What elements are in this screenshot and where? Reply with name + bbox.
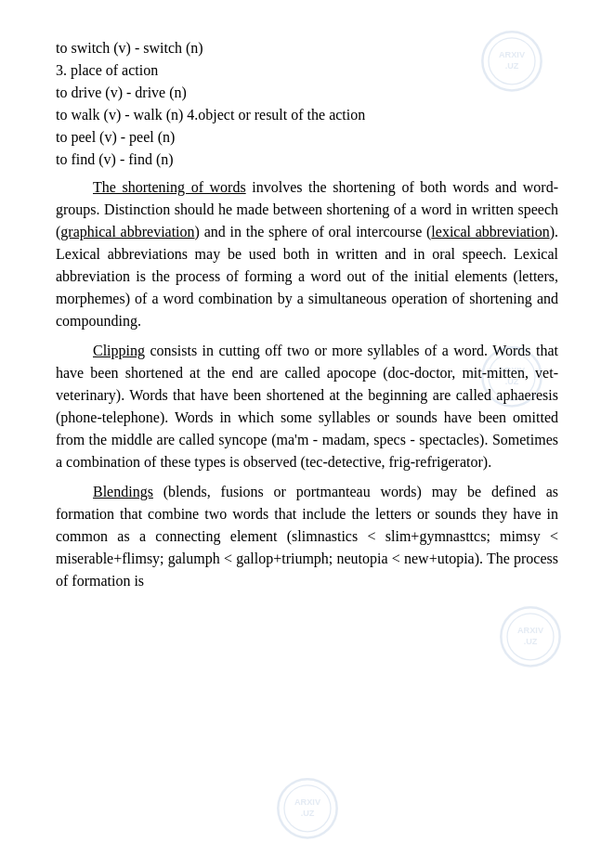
svg-text:ARXIV: ARXIV	[517, 626, 544, 635]
svg-text:.UZ: .UZ	[300, 809, 314, 818]
svg-text:ARXIV: ARXIV	[294, 797, 321, 807]
para2-text-after: consists in cutting off two or more syll…	[56, 343, 558, 470]
svg-text:.UZ: .UZ	[524, 637, 538, 646]
svg-point-12	[278, 779, 336, 837]
main-content: to switch (v) - switch (n) 3. place of a…	[56, 37, 558, 592]
svg-point-9	[507, 614, 554, 660]
list-item-6: to find (v) - find (n)	[56, 149, 558, 171]
list-item-2: 3. place of action	[56, 59, 558, 82]
link-lexical-abbreviation: lexical abbreviation	[431, 224, 549, 240]
paragraph-blendings: Blendings (blends, fusions or portmantea…	[56, 481, 558, 592]
paragraph-clipping: Clipping consists in cutting off two or …	[56, 340, 558, 473]
watermark-mid2: ARXIV .UZ	[484, 603, 577, 678]
list-item-5: to peel (v) - peel (n)	[56, 126, 558, 149]
link-clipping: Clipping	[93, 343, 145, 358]
list-item-1: to switch (v) - switch (n)	[56, 37, 558, 59]
watermark-bottom: ARXIV .UZ	[261, 775, 354, 849]
page-container: ARXIV .UZ ARXIV .UZ ARXIV .UZ ARXIV .UZ	[0, 0, 614, 868]
link-shortening-of-words: The shortening of words	[93, 179, 246, 195]
list-group-top: to switch (v) - switch (n) 3. place of a…	[56, 37, 558, 171]
list-item-4: to walk (v) - walk (n) 4.object or resul…	[56, 104, 558, 126]
para1-text-mid: ) and in the sphere of oral intercourse …	[195, 224, 432, 240]
link-graphical-abbreviation: graphical abbreviation	[60, 224, 194, 240]
list-item-3: to drive (v) - drive (n)	[56, 82, 558, 104]
link-blendings: Blendings	[93, 484, 153, 499]
svg-point-13	[284, 785, 331, 832]
svg-point-8	[501, 607, 559, 666]
paragraph-shortening: The shortening of words involves the sho…	[56, 176, 558, 332]
